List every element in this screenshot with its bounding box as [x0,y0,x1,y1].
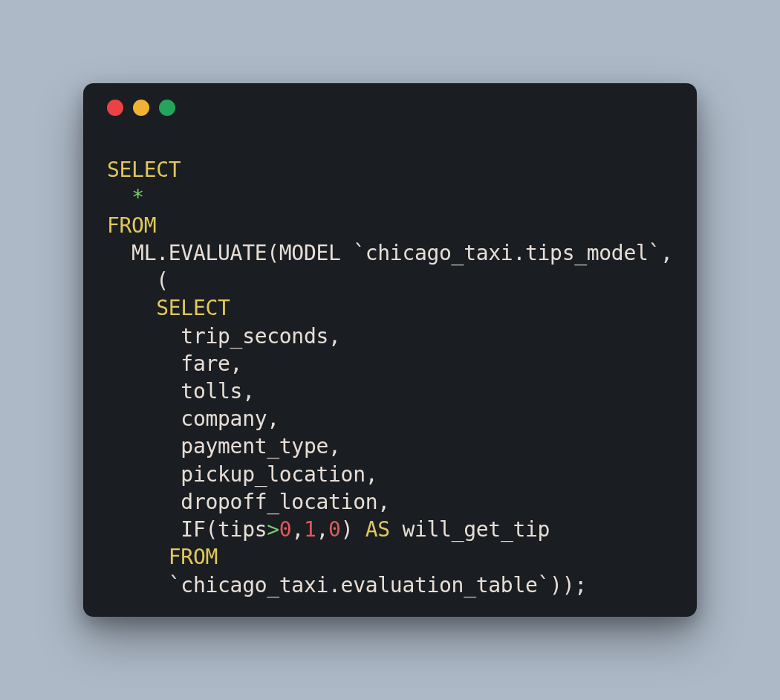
token-num: 1 [304,517,316,542]
code-block: SELECT * FROM ML.EVALUATE(MODEL `chicago… [83,125,697,617]
token-kw: AS [365,517,390,542]
token-num: 0 [279,517,292,542]
minimize-icon[interactable] [133,100,149,116]
window-titlebar [83,83,697,125]
token-star: * [131,185,144,210]
token-kw: SELECT [156,296,230,320]
token-kw: FROM [169,545,218,569]
close-icon[interactable] [107,100,123,116]
token-kw: FROM [107,213,156,238]
token-num: 0 [328,517,341,542]
maximize-icon[interactable] [159,100,175,116]
token-kw: SELECT [107,158,181,182]
code-window: SELECT * FROM ML.EVALUATE(MODEL `chicago… [83,83,697,617]
token-gt: > [267,517,279,542]
